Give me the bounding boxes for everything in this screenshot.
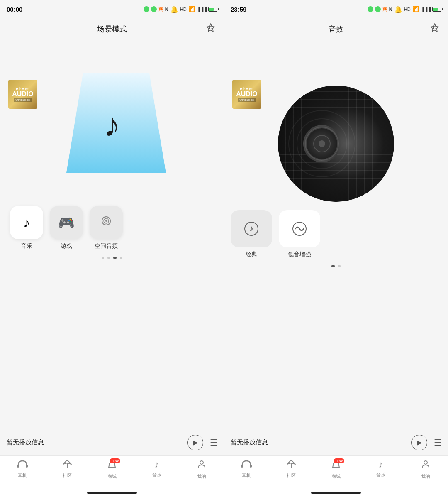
left-panel: 00:00 淘 N 🔔 HD 📶 ▐▐▐ 场景模式 Hi·Res: [0, 0, 224, 497]
signal-dot-r2: [375, 6, 381, 12]
page-dot-r2: [338, 265, 341, 267]
signal-bars-right: ▐▐▐: [421, 7, 431, 12]
status-icons-right: 淘 N 🔔 HD 📶 ▐▐▐: [368, 5, 441, 13]
taobao-icon-right: 淘: [382, 6, 387, 13]
svg-marker-0: [207, 24, 214, 32]
scene-illustration: ♪: [0, 40, 224, 198]
nav-label-profile-left: 我的: [197, 473, 206, 480]
play-button-right[interactable]: ▶: [411, 435, 427, 450]
nav-profile-right[interactable]: 我的: [403, 459, 448, 480]
effect-icon-wrap-classic: ♪: [231, 210, 272, 247]
mode-label-spatial: 空间音频: [95, 242, 118, 250]
now-playing-controls-right: ▶ ☰: [411, 435, 441, 450]
mode-icon-wrap-spatial: [90, 206, 123, 239]
hd-label-right: HD: [404, 7, 411, 12]
now-playing-controls-left: ▶ ☰: [187, 435, 217, 450]
page-dot-3: [113, 257, 117, 259]
bluetooth-icon-right: 🔔: [394, 5, 402, 13]
main-content-right: Hi·Res AUDIO WIRELESS: [224, 40, 448, 429]
svg-rect-6: [17, 465, 19, 468]
main-content-left: Hi·Res AUDIO WIRELESS ♪: [0, 40, 224, 429]
signal-dot-1: [144, 6, 149, 12]
community-nav-icon-left: [62, 459, 72, 471]
status-bar-left: 00:00 淘 N 🔔 HD 📶 ▐▐▐: [0, 0, 224, 18]
nav-earphone-left[interactable]: 耳机: [0, 459, 45, 479]
home-bar-left: [87, 492, 137, 494]
bottom-nav-left: 耳机 社区 new 商城 ♪ 音乐: [0, 455, 224, 489]
mode-label-music: 音乐: [21, 242, 32, 250]
nav-label-shop-left: 商城: [107, 473, 117, 480]
mode-buttons-container: ♪ 音乐 🎮 游戏: [7, 206, 217, 250]
svg-point-25: [424, 461, 427, 464]
bass-icon-svg: [291, 220, 308, 237]
nav-earphone-right[interactable]: 耳机: [224, 459, 269, 479]
play-button-left[interactable]: ▶: [187, 435, 203, 450]
nav-label-community-right: 社区: [287, 473, 296, 479]
effect-icon-wrap-bass: [279, 210, 320, 247]
earphone-nav-icon-right: [241, 459, 252, 471]
mode-icon-wrap-game: 🎮: [50, 206, 83, 239]
nav-profile-left[interactable]: 我的: [179, 459, 224, 480]
svg-marker-11: [431, 24, 438, 32]
now-playing-text-left: 暂无播放信息: [7, 438, 183, 446]
app-header-right: 音效: [224, 18, 448, 40]
music-nav-icon-right: ♪: [379, 459, 383, 470]
nav-music-left[interactable]: ♪ 音乐: [134, 459, 179, 478]
nav-music-right[interactable]: ♪ 音乐: [358, 459, 403, 478]
svg-text:♪: ♪: [249, 224, 253, 233]
earphone-nav-icon-left: [17, 459, 28, 471]
playlist-icon-right[interactable]: ☰: [434, 438, 441, 448]
nav-community-left[interactable]: 社区: [45, 459, 90, 479]
playlist-icon-left[interactable]: ☰: [210, 438, 217, 448]
svg-point-10: [200, 461, 203, 464]
spatial-mode-icon: [99, 213, 114, 232]
nav-label-music-right: 音乐: [376, 472, 385, 478]
nav-shop-right[interactable]: new 商城: [314, 459, 358, 480]
profile-nav-icon-left: [197, 459, 207, 472]
pagination-right: [224, 265, 448, 267]
svg-point-1: [209, 27, 212, 29]
effect-btn-bass[interactable]: 低音增强: [279, 210, 320, 258]
svg-rect-22: [250, 465, 252, 468]
n-icon: N: [165, 7, 168, 12]
mode-btn-game[interactable]: 🎮 游戏: [50, 206, 83, 250]
nav-label-earphone-right: 耳机: [242, 473, 251, 479]
nav-label-community-left: 社区: [63, 473, 72, 479]
bottom-nav-right: 耳机 社区 new 商城 ♪ 音乐: [224, 455, 448, 489]
nav-label-music-left: 音乐: [152, 472, 161, 478]
wifi-icon-right: 📶: [412, 6, 419, 12]
battery-left: [208, 7, 217, 12]
nav-label-earphone-left: 耳机: [18, 473, 27, 479]
profile-nav-icon-right: [421, 459, 431, 472]
nav-community-right[interactable]: 社区: [269, 459, 314, 479]
home-bar-right: [311, 492, 361, 494]
music-mode-icon: ♪: [23, 215, 30, 230]
wifi-icon: 📶: [188, 6, 195, 12]
hires-wireless-right: WIRELESS: [238, 98, 255, 102]
mode-icon-wrap-music: ♪: [10, 206, 43, 239]
settings-icon-right[interactable]: [430, 23, 440, 35]
music-note-icon: ♪: [104, 106, 120, 144]
speaker-circle: [278, 86, 394, 202]
header-title-left: 场景模式: [97, 24, 127, 34]
trapezoid-shape: ♪: [58, 65, 166, 173]
music-nav-icon-left: ♪: [155, 459, 159, 470]
nav-shop-left[interactable]: new 商城: [90, 459, 134, 480]
hires-badge-right: Hi·Res AUDIO WIRELESS: [232, 80, 261, 109]
mode-btn-spatial[interactable]: 空间音频: [90, 206, 123, 250]
status-icons-left: 淘 N 🔔 HD 📶 ▐▐▐: [144, 5, 217, 13]
effect-btn-classic[interactable]: ♪ 经典: [231, 210, 272, 258]
classic-icon-svg: ♪: [243, 220, 260, 237]
signal-dot-r1: [368, 6, 373, 12]
page-dot-1: [102, 257, 104, 259]
svg-rect-21: [241, 465, 243, 468]
settings-icon-left[interactable]: [206, 23, 216, 35]
page-dot-2: [107, 257, 110, 259]
effect-buttons-container: ♪ 经典 低音增强: [224, 210, 448, 258]
svg-point-12: [433, 27, 436, 29]
time-right: 23:59: [231, 6, 246, 13]
bluetooth-icon: 🔔: [170, 5, 178, 13]
shop-badge-right: new: [334, 458, 344, 463]
mode-btn-music[interactable]: ♪ 音乐: [10, 206, 43, 250]
now-playing-left: 暂无播放信息 ▶ ☰: [0, 429, 224, 455]
